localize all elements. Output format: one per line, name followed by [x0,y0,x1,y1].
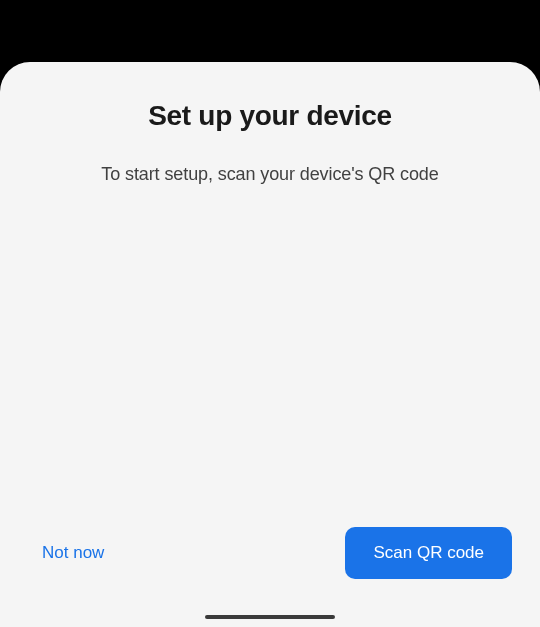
button-row: Not now Scan QR code [28,527,512,579]
scan-qr-code-button[interactable]: Scan QR code [345,527,512,579]
setup-dialog-sheet: Set up your device To start setup, scan … [0,62,540,627]
navigation-bar-indicator[interactable] [205,615,335,619]
not-now-button[interactable]: Not now [28,533,118,573]
spacer [28,185,512,527]
dialog-title: Set up your device [28,100,512,132]
dialog-subtitle: To start setup, scan your device's QR co… [28,164,512,185]
